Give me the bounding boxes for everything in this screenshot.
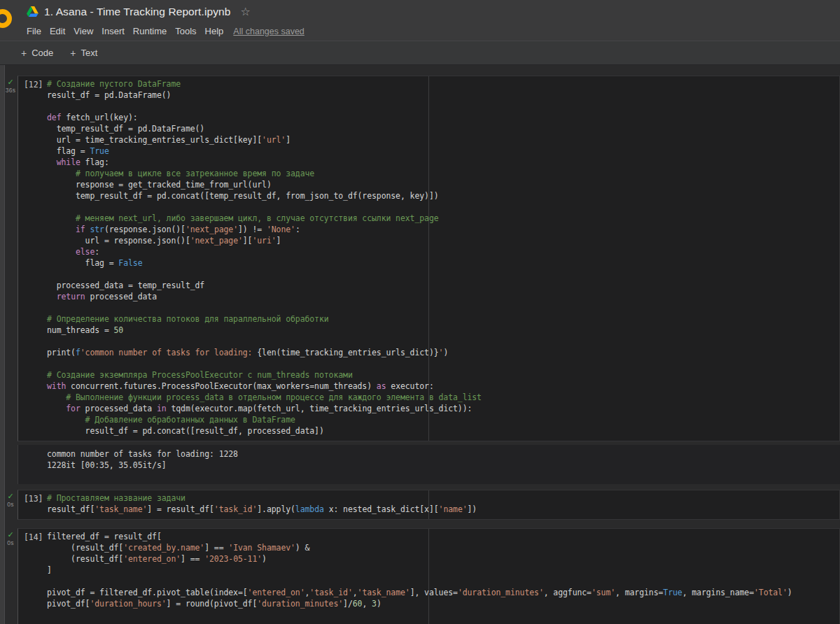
add-text-label: Text: [80, 48, 97, 58]
cell-output: common number of tasks for loading: 1228…: [18, 445, 840, 484]
menu-file[interactable]: File: [27, 26, 41, 36]
code-line: [47, 576, 839, 587]
code-editor[interactable]: [12]# Создание пустого DataFrameresult_d…: [18, 76, 840, 441]
save-status[interactable]: All changes saved: [233, 27, 304, 36]
execution-count[interactable]: [14]: [24, 532, 43, 543]
plus-icon: +: [70, 48, 76, 59]
add-text-button[interactable]: + Text: [70, 48, 97, 59]
drive-icon: [27, 6, 38, 17]
add-code-label: Code: [31, 48, 53, 58]
code-line: # Создание экземпляра ProcessPoolExecuto…: [47, 369, 839, 381]
menu-edit[interactable]: Edit: [50, 26, 65, 36]
code-line: for processed_data in tqdm(executor.map(…: [47, 403, 839, 414]
code-line: # получаем в цикле все затреканное время…: [47, 168, 839, 179]
execution-count[interactable]: [13]: [24, 493, 43, 504]
code-line: pivot_df = filtered_df.pivot_table(index…: [47, 587, 839, 598]
code-line: num_threads = 50: [47, 325, 839, 336]
code-line: return processed_data: [47, 291, 839, 302]
add-code-button[interactable]: + Code: [21, 48, 53, 59]
code-line: if str(response.json()['next_page']) != …: [47, 224, 839, 235]
execution-time: 0s: [5, 502, 16, 508]
code-line: response = get_tracked_time_from_url(url…: [47, 179, 839, 190]
notebook-cells: ✓36s[12]# Создание пустого DataFrameresu…: [0, 65, 840, 624]
code-line: else:: [47, 246, 839, 257]
code-line: print(f'common number of tasks for loadi…: [47, 347, 839, 358]
success-check-icon: ✓: [5, 78, 16, 86]
execution-count[interactable]: [12]: [24, 79, 43, 90]
cell-toolbar: + Code + Text: [0, 41, 840, 65]
code-line: ]: [47, 565, 839, 576]
cell-status: ✓0s: [5, 531, 16, 546]
code-line: (result_df['created_by.name'] == 'Ivan S…: [47, 542, 839, 553]
code-line: url = response.json()['next_page']['uri'…: [47, 235, 839, 246]
star-icon[interactable]: ☆: [240, 6, 250, 17]
code-line: def fetch_url(key):: [47, 112, 839, 123]
code-cell-14: ✓0s[14]filtered_df = result_df[ (result_…: [18, 528, 840, 624]
panel-divider[interactable]: [0, 41, 5, 624]
code-line: # Выполнение функции process_data в отде…: [47, 392, 839, 403]
code-line: flag = True: [47, 146, 839, 157]
plus-icon: +: [21, 48, 27, 59]
code-line: pivot_df['duration_hours'] = round(pivot…: [47, 598, 839, 609]
notebook-title[interactable]: 1. Asana - Time Tracking Report.ipynb: [44, 6, 230, 18]
code-line: processed_data = temp_result_df: [47, 280, 839, 291]
success-check-icon: ✓: [5, 492, 16, 500]
menu-insert[interactable]: Insert: [102, 26, 125, 36]
menu-view[interactable]: View: [74, 26, 93, 36]
code-line: # Добавление обработанных данных в DataF…: [47, 414, 839, 425]
menu-help[interactable]: Help: [205, 26, 224, 36]
code-line: [47, 101, 839, 112]
code-cell-13: ✓0s[13]# Проставляем название задачиresu…: [18, 490, 840, 520]
code-line: [47, 201, 839, 213]
execution-time: 36s: [5, 87, 16, 94]
code-cell-12: ✓36s[12]# Создание пустого DataFrameresu…: [18, 76, 840, 484]
code-line: # Создание пустого DataFrame: [47, 78, 839, 90]
code-editor[interactable]: [13]# Проставляем название задачиresult_…: [18, 490, 840, 520]
code-line: with concurrent.futures.ProcessPoolExecu…: [47, 381, 839, 392]
code-line: temp_result_df = pd.DataFrame(): [47, 123, 839, 134]
menu-bar: File Edit View Insert Runtime Tools Help…: [0, 23, 840, 39]
code-line: [47, 302, 839, 313]
cell-status: ✓0s: [5, 492, 16, 508]
code-line: flag = False: [47, 257, 839, 269]
execution-time: 0s: [5, 540, 16, 546]
code-line: result_df['task_name'] = result_df['task…: [47, 504, 839, 515]
menu-tools[interactable]: Tools: [175, 26, 196, 36]
success-check-icon: ✓: [5, 531, 16, 539]
code-line: temp_result_df = pd.concat([temp_result_…: [47, 190, 839, 201]
output-line: common number of tasks for loading: 1228: [47, 448, 840, 460]
code-line: # Определение количества потоков для пар…: [47, 313, 839, 325]
code-line: [47, 336, 839, 347]
output-line: 1228it [00:35, 35.05it/s]: [47, 460, 840, 471]
code-line: [47, 269, 839, 280]
code-line: url = time_tracking_entries_urls_dict[ke…: [47, 134, 839, 146]
app-header: 1. Asana - Time Tracking Report.ipynb ☆ …: [0, 0, 840, 41]
code-line: result_df = pd.concat([result_df, proces…: [47, 425, 839, 437]
code-line: # Проставляем название задачи: [47, 492, 839, 504]
code-line: filtered_df = result_df[: [47, 531, 839, 542]
code-line: [47, 358, 839, 369]
code-line: while flag:: [47, 157, 839, 168]
cell-status: ✓36s: [5, 78, 16, 94]
code-line: # меняем next_url, либо завершаем цикл, …: [47, 213, 839, 224]
title-row: 1. Asana - Time Tracking Report.ipynb ☆: [0, 0, 840, 23]
code-editor[interactable]: [14]filtered_df = result_df[ (result_df[…: [18, 528, 840, 624]
code-line: (result_df['entered_on'] == '2023-05-11'…: [47, 553, 839, 565]
code-line: result_df = pd.DataFrame(): [47, 90, 839, 101]
menu-runtime[interactable]: Runtime: [133, 26, 167, 36]
